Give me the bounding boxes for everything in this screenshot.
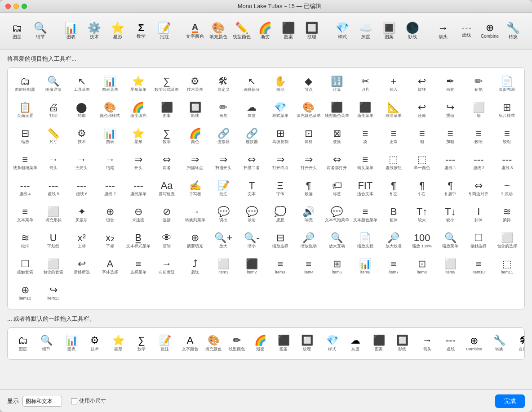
toolbar-imgpattern[interactable]: 🔳 图案	[377, 16, 401, 46]
grid-item-134[interactable]: ⬛ item2	[238, 254, 266, 279]
grid-item-4[interactable]: ⭐ 星形菜单	[124, 72, 152, 97]
grid-item-112[interactable]: B̲ 文本样式菜单	[124, 228, 152, 253]
grid-item-54[interactable]: ≡ 线条粗细菜单	[11, 150, 39, 175]
grid-item-124[interactable]: ☐ 接触选择	[465, 228, 492, 253]
grid-item-142[interactable]: ≡ item10	[465, 254, 492, 279]
grid-item-73[interactable]: --- 虚线 5	[40, 176, 67, 201]
grid-item-74[interactable]: --- 虚线 6	[68, 176, 95, 201]
bottom-tb-item-12[interactable]: 🔲 纹理	[295, 330, 319, 357]
grid-item-92[interactable]: ✦ 贝塞尔	[68, 202, 95, 227]
grid-item-32[interactable]: ↩ 还原	[408, 98, 436, 123]
bottom-tb-item-16[interactable]: 🔲 影线	[390, 330, 414, 357]
minimize-button[interactable]	[13, 4, 19, 9]
grid-item-23[interactable]: ⬛ 图案	[153, 98, 181, 123]
toolbar-math[interactable]: Σ 数学	[129, 16, 153, 46]
grid-item-141[interactable]: ⬜ item9	[437, 254, 464, 279]
toolbar-style[interactable]: 💎 样式	[331, 16, 354, 46]
bottom-tb-item-8[interactable]: 🎨 填充颜色	[202, 330, 225, 357]
grid-item-45[interactable]: ⊞ 高级复制	[266, 124, 294, 149]
grid-item-105[interactable]: T↓ 较小	[437, 202, 464, 227]
bottom-tb-item-1[interactable]: 🔍 细节	[35, 330, 58, 357]
grid-item-78[interactable]: ✍ 手写板	[182, 176, 209, 201]
grid-item-18[interactable]: 📋 页面设置	[11, 98, 39, 123]
grid-item-72[interactable]: --- 虚线 4	[11, 176, 39, 201]
grid-item-138[interactable]: 📊 item6	[351, 254, 379, 279]
bottom-tb-item-5[interactable]: ∑ 数学	[130, 330, 153, 357]
grid-item-116[interactable]: 🔍- 缩小	[238, 228, 266, 253]
grid-item-89[interactable]: ~ ¶ 流动	[493, 176, 521, 201]
grid-item-111[interactable]: x₂ 下标	[96, 228, 124, 253]
grid-item-55[interactable]: → 箭头	[40, 150, 67, 175]
grid-item-103[interactable]: B 粗体	[380, 202, 407, 227]
grid-item-60[interactable]: ⇒ 扫描终点	[182, 150, 209, 175]
done-button[interactable]: 完成	[495, 394, 525, 408]
grid-item-128[interactable]: ↩ 后移所选	[68, 254, 95, 279]
grid-item-110[interactable]: x² 上标	[68, 228, 95, 253]
grid-item-8[interactable]: ↖ 选择部分	[238, 72, 266, 97]
grid-item-41[interactable]: ∑ 数学	[153, 124, 181, 149]
toolbar-tech[interactable]: ⚙️ 技术	[83, 16, 106, 46]
grid-item-90[interactable]: ≡ 文本菜单	[11, 202, 39, 227]
grid-item-2[interactable]: ↖ 工具菜单	[68, 72, 95, 97]
grid-item-114[interactable]: ⊕ 摘要填充	[182, 228, 209, 253]
grid-item-88[interactable]: ⇔ ¶ 两边对齐	[465, 176, 492, 201]
grid-item-118[interactable]: 🔎 缩放拖动	[295, 228, 322, 253]
grid-item-57[interactable]: → 结尾	[96, 150, 124, 175]
grid-item-68[interactable]: ⬚ 单一颜色	[408, 150, 436, 175]
bottom-tb-item-2[interactable]: 📊 图表	[60, 330, 83, 357]
grid-item-0[interactable]: 🗂 图层绘制器	[11, 72, 39, 97]
grid-item-145[interactable]: ↪ item13	[40, 280, 67, 305]
toolbar-note[interactable]: 📝 批注	[153, 16, 176, 46]
grid-item-108[interactable]: ≋ 松排	[11, 228, 39, 253]
grid-item-51[interactable]: ≡ 加粗	[437, 124, 464, 149]
grid-item-28[interactable]: 🎨 填充颜色菜单	[295, 98, 322, 123]
toolbar-linecolor[interactable]: ✏️ 线型颜色	[230, 16, 253, 46]
grid-item-86[interactable]: ¶ ¶ 右	[408, 176, 436, 201]
grid-item-40[interactable]: ⭐ 星形	[124, 124, 152, 149]
grid-item-125[interactable]: ⬜ 包含的选择	[493, 228, 521, 253]
grid-item-53[interactable]: ≡ 较粗	[493, 124, 521, 149]
toolbar-chart[interactable]: 📊 图表	[59, 16, 83, 46]
grid-item-98[interactable]: 💬 谈论	[238, 202, 266, 227]
grid-item-119[interactable]: 🔍 放大互动	[323, 228, 350, 253]
toolbar-gray[interactable]: ☁️ 灰度	[354, 16, 377, 46]
grid-item-139[interactable]: ≡ item7	[380, 254, 407, 279]
grid-item-5[interactable]: ∑ 数学公式菜单	[153, 72, 181, 97]
grid-item-95[interactable]: ⊘ 连接	[153, 202, 181, 227]
bottom-tb-item-14[interactable]: ☁ 灰度	[344, 330, 367, 357]
grid-item-100[interactable]: 🔊 响亮	[295, 202, 322, 227]
grid-item-67[interactable]: ⬚ 虚线按钮	[380, 150, 407, 175]
grid-item-56[interactable]: → 无箭头	[68, 150, 95, 175]
grid-item-115[interactable]: 🔍+ 放大	[210, 228, 237, 253]
grid-item-29[interactable]: ⬛ 线型颜色菜单	[323, 98, 350, 123]
bottom-tb-item-10[interactable]: 🌈 渐变	[248, 330, 272, 357]
grid-item-37[interactable]: 📏 尺寸	[40, 124, 67, 149]
grid-item-96[interactable]: → 转换到菜单	[182, 202, 209, 227]
bottom-tb-item-7[interactable]: A 文字颜色	[178, 330, 202, 357]
toolbar-fillcolor[interactable]: 🎨 填充颜色	[207, 16, 230, 46]
grid-item-26[interactable]: ☁ 灰度	[238, 98, 266, 123]
grid-item-123[interactable]: 🔍 缩放菜单	[437, 228, 464, 253]
toolbar-dashes[interactable]: - - - 虚线	[455, 16, 478, 46]
grid-item-10[interactable]: ◆ 节点	[295, 72, 322, 97]
grid-item-61[interactable]: ⇒ 扫描开头	[210, 150, 237, 175]
grid-item-14[interactable]: ↩ 旋转	[408, 72, 436, 97]
grid-item-113[interactable]: 👁 清除	[153, 228, 181, 253]
maximize-button[interactable]	[22, 4, 27, 9]
grid-item-24[interactable]: 🔲 影线	[182, 98, 209, 123]
grid-item-21[interactable]: 🎨 颜色和样式	[96, 98, 124, 123]
grid-item-137[interactable]: ⊞ item5	[323, 254, 350, 279]
grid-item-132[interactable]: ⤴ 后送	[182, 254, 209, 279]
grid-item-104[interactable]: T↑ 较大	[408, 202, 436, 227]
grid-item-120[interactable]: 📄 缩放文档	[351, 228, 379, 253]
grid-item-75[interactable]: --- 虚线 7	[96, 176, 124, 201]
toolbar-gradient[interactable]: 🌈 渐变	[253, 16, 277, 46]
grid-item-109[interactable]: U 下划线	[40, 228, 67, 253]
grid-item-121[interactable]: 🔎 放大校准	[380, 228, 407, 253]
bottom-tb-item-6[interactable]: 📝 批注	[153, 330, 177, 357]
grid-item-43[interactable]: 🔗 连接器	[210, 124, 237, 149]
grid-item-126[interactable]: ☐ 接触套索	[11, 254, 39, 279]
grid-item-46[interactable]: ⊡ 网格	[295, 124, 322, 149]
grid-item-58[interactable]: ⇒ 开头	[124, 150, 152, 175]
bottom-tb-item-13[interactable]: 💎 样式	[320, 330, 344, 357]
